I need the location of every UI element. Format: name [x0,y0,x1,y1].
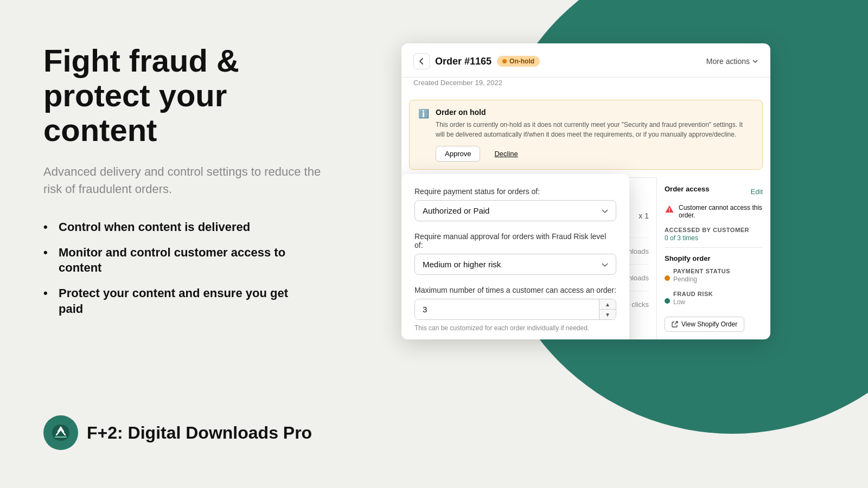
payment-status-field: Require payment status for orders of: Au… [414,187,616,221]
order-card: Order #1165 On-hold More actions Created… [401,43,770,339]
fraud-risk-field: Require manual approval for orders with … [414,232,616,275]
settings-popup: Require payment status for orders of: Au… [401,174,629,339]
right-panel: Order #1165 On-hold More actions Created… [369,0,868,488]
access-error: Customer cannot access this order. [665,204,763,219]
edit-link[interactable]: Edit [751,188,763,196]
payment-status-label: PAYMENT STATUS [673,268,730,274]
number-controls: ▲ ▼ [599,299,616,319]
fraud-risk-row: FRAUD RISK Low [665,291,763,311]
back-button[interactable] [413,53,430,69]
sub-text: Advanced delivery and control settings t… [43,163,326,198]
shopify-order-title: Shopify order [665,254,763,262]
decline-button[interactable]: Decline [486,146,526,162]
info-icon: ℹ️ [418,108,429,119]
brand-row: F+2: Digital Downloads Pro [43,415,312,450]
access-count-input[interactable] [415,299,599,319]
order-access-title: Order access [665,185,709,193]
payment-status-dot [665,275,670,281]
access-hint: This can be customized for each order in… [414,324,616,332]
onhold-heading: Order on hold [436,108,754,117]
onhold-banner: ℹ️ Order on hold This order is currently… [409,100,763,170]
on-hold-badge: On-hold [497,56,540,67]
view-shopify-label: View Shopify Order [681,320,737,328]
main-heading: Fight fraud &protect yourcontent [43,43,336,147]
onhold-content: Order on hold This order is currently on… [436,108,754,162]
bullet-list: Control when content is delivered Monito… [43,220,336,326]
view-shopify-button[interactable]: View Shopify Order [665,317,744,332]
more-actions-button[interactable]: More actions [706,57,758,66]
bullet-item-3: Protect your content and ensure you get … [43,286,315,317]
shopify-section: Shopify order PAYMENT STATUS Pending FRA… [665,247,763,332]
onhold-buttons: Approve Decline [436,146,754,162]
approve-button[interactable]: Approve [436,146,480,162]
bullet-item-1: Control when content is delivered [43,220,315,235]
fraud-risk-select[interactable]: Medium or higher risk [414,254,616,275]
payment-status-settings-label: Require payment status for orders of: [414,187,616,196]
brand-logo [43,415,78,450]
order-header: Order #1165 On-hold More actions [401,43,770,78]
external-link-icon [672,321,678,328]
onhold-text: This order is currently on-hold as it do… [436,120,754,139]
payment-status-row: PAYMENT STATUS Pending [665,268,763,288]
warning-triangle-icon [665,204,674,214]
number-up-button[interactable]: ▲ [599,299,616,310]
order-header-left: Order #1165 On-hold [413,53,540,69]
accessed-by-label: ACCESSED BY CUSTOMER [665,227,763,233]
number-down-button[interactable]: ▼ [599,310,616,319]
accessed-by-value[interactable]: 0 of 3 times [665,234,763,242]
fraud-risk-settings-label: Require manual approval for orders with … [414,232,616,249]
payment-status-select[interactable]: Authorized or Paid [414,200,616,221]
fraud-risk-dot [665,298,670,304]
fraud-risk-value: Low [673,298,713,306]
access-error-text: Customer cannot access this order. [679,204,763,219]
product-qty: x 1 [639,211,649,220]
order-sidebar: Order access Edit Customer cannot access… [656,177,770,339]
on-hold-label: On-hold [509,57,534,65]
brand-name: F+2: Digital Downloads Pro [87,423,312,443]
payment-status-value: Pending [673,275,730,283]
order-date: Created December 19, 2022 [401,78,770,92]
order-title: Order #1165 [435,56,492,67]
left-panel: Fight fraud &protect yourcontent Advance… [0,0,369,488]
access-count-input-row: ▲ ▼ [414,299,616,320]
bullet-item-2: Monitor and control customer access to c… [43,245,315,276]
access-count-field: Maximum number of times a customer can a… [414,286,616,332]
order-access-header: Order access Edit [665,185,763,198]
access-count-label: Maximum number of times a customer can a… [414,286,616,294]
fraud-risk-label: FRAUD RISK [673,291,713,297]
